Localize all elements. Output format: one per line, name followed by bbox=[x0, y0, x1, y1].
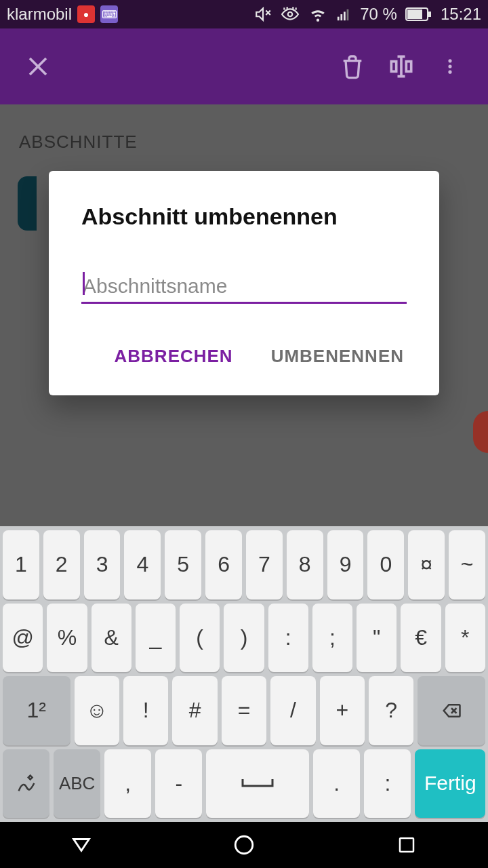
keyboard-row-1: 1234567890¤~ bbox=[3, 530, 485, 599]
key-?[interactable]: ? bbox=[369, 676, 413, 745]
record-indicator-icon: ● bbox=[77, 5, 95, 23]
status-bar: klarmobil ● ⌨ 70 % 15:21 bbox=[0, 0, 488, 28]
key-([interactable]: ( bbox=[180, 604, 220, 673]
svg-rect-22 bbox=[400, 838, 413, 852]
key-3[interactable]: 3 bbox=[84, 530, 121, 599]
signal-icon bbox=[336, 7, 352, 22]
key-symbol-page[interactable]: 1² bbox=[3, 676, 70, 745]
keyboard-row-3: 1² ☺!#=/+? bbox=[3, 676, 485, 745]
soft-keyboard: 1234567890¤~ @%&_():;"€* 1² ☺!#=/+? ABC … bbox=[0, 526, 488, 822]
svg-point-2 bbox=[288, 12, 293, 17]
keyboard-row-4: ABC , - . : Fertig bbox=[3, 749, 485, 818]
key-+[interactable]: + bbox=[320, 676, 365, 745]
svg-point-17 bbox=[448, 64, 451, 68]
section-name-input[interactable] bbox=[81, 271, 407, 304]
key-done[interactable]: Fertig bbox=[415, 749, 485, 818]
keyboard-row-2: @%&_():;"€* bbox=[3, 604, 485, 673]
rename-dialog: Abschnitt umbenennen ABBRECHEN UMBENENNE… bbox=[49, 171, 439, 395]
key-@[interactable]: @ bbox=[3, 604, 43, 673]
key-dash[interactable]: - bbox=[155, 749, 202, 818]
key-period[interactable]: . bbox=[313, 749, 360, 818]
svg-point-16 bbox=[448, 59, 451, 62]
svg-rect-10 bbox=[347, 9, 349, 21]
overflow-menu-button[interactable] bbox=[426, 42, 474, 91]
key-*[interactable]: * bbox=[445, 604, 485, 673]
key-"[interactable]: " bbox=[357, 604, 396, 673]
key-backspace[interactable] bbox=[418, 676, 485, 745]
clock-label: 15:21 bbox=[441, 5, 481, 24]
app-bar bbox=[0, 28, 488, 104]
svg-rect-9 bbox=[344, 12, 346, 20]
nav-back-button[interactable] bbox=[61, 829, 102, 861]
dialog-title: Abschnitt umbenennen bbox=[81, 203, 407, 230]
key-:[interactable]: : bbox=[268, 604, 308, 673]
battery-icon bbox=[405, 7, 432, 21]
cancel-button[interactable]: ABBRECHEN bbox=[112, 336, 236, 376]
key-~[interactable]: ~ bbox=[449, 530, 485, 599]
confirm-rename-button[interactable]: UMBENENNEN bbox=[268, 336, 407, 376]
key-☺[interactable]: ☺ bbox=[75, 676, 119, 745]
key-)[interactable]: ) bbox=[224, 604, 264, 673]
delete-button[interactable] bbox=[328, 42, 377, 91]
key-8[interactable]: 8 bbox=[287, 530, 323, 599]
svg-point-18 bbox=[448, 71, 451, 74]
rename-button[interactable] bbox=[377, 42, 426, 91]
wifi-icon bbox=[308, 5, 327, 23]
key-colon[interactable]: : bbox=[364, 749, 411, 818]
key-1[interactable]: 1 bbox=[3, 530, 39, 599]
battery-percent: 70 % bbox=[360, 5, 397, 24]
key-¤[interactable]: ¤ bbox=[408, 530, 445, 599]
svg-rect-7 bbox=[338, 17, 340, 20]
mute-icon bbox=[254, 5, 272, 23]
key-%[interactable]: % bbox=[47, 604, 87, 673]
svg-rect-8 bbox=[341, 14, 343, 20]
key-;[interactable]: ; bbox=[312, 604, 352, 673]
key-&[interactable]: & bbox=[92, 604, 131, 673]
keyboard-indicator-icon: ⌨ bbox=[100, 5, 118, 23]
key-7[interactable]: 7 bbox=[246, 530, 283, 599]
key-€[interactable]: € bbox=[401, 604, 441, 673]
nav-home-button[interactable] bbox=[224, 829, 264, 861]
key-=[interactable]: = bbox=[222, 676, 266, 745]
close-button[interactable] bbox=[14, 42, 62, 91]
key-comma[interactable]: , bbox=[104, 749, 151, 818]
svg-rect-12 bbox=[407, 9, 422, 19]
eye-icon bbox=[280, 5, 300, 23]
key-space[interactable] bbox=[206, 749, 309, 818]
navigation-bar bbox=[0, 822, 488, 868]
key-9[interactable]: 9 bbox=[327, 530, 364, 599]
key-5[interactable]: 5 bbox=[165, 530, 201, 599]
carrier-label: klarmobil bbox=[7, 5, 72, 24]
key-6[interactable]: 6 bbox=[205, 530, 242, 599]
key-#[interactable]: # bbox=[172, 676, 217, 745]
nav-recent-button[interactable] bbox=[386, 829, 427, 861]
key-4[interactable]: 4 bbox=[124, 530, 161, 599]
text-cursor bbox=[83, 272, 85, 295]
key-abc[interactable]: ABC bbox=[54, 749, 100, 818]
key-/[interactable]: / bbox=[270, 676, 315, 745]
svg-rect-13 bbox=[428, 12, 431, 17]
key-handwriting[interactable] bbox=[3, 749, 49, 818]
key-0[interactable]: 0 bbox=[367, 530, 404, 599]
key-2[interactable]: 2 bbox=[43, 530, 80, 599]
key-![interactable]: ! bbox=[123, 676, 168, 745]
key-_[interactable]: _ bbox=[136, 604, 176, 673]
svg-point-21 bbox=[235, 836, 253, 854]
